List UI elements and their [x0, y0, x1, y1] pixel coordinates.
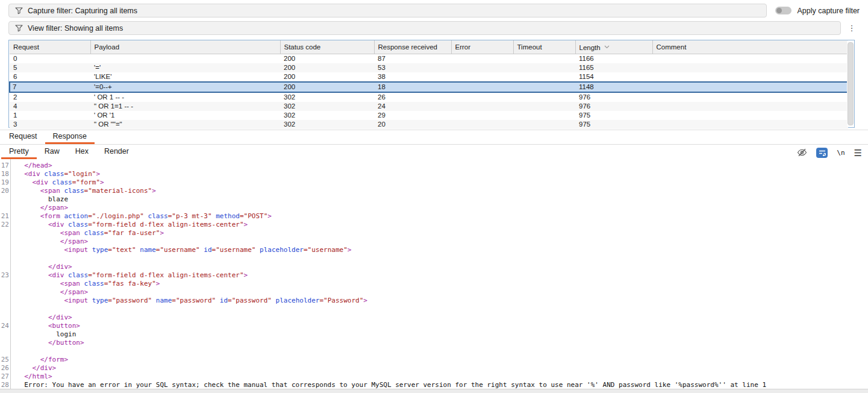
code-line: 20 <span class="material-icons"> — [0, 187, 868, 195]
table-cell: 976 — [575, 102, 652, 111]
toggle-knob — [776, 8, 782, 13]
table-cell — [90, 54, 280, 63]
capture-filter-row: Capture filter: Capturing all items Appl… — [8, 4, 860, 17]
horizontal-scrollbar[interactable] — [0, 389, 868, 393]
line-number: 20 — [0, 187, 9, 195]
table-cell: 20 — [374, 120, 451, 129]
code-line: login — [0, 330, 868, 339]
code-line: 21 <form action="./login.php" class="p-3… — [0, 212, 868, 221]
column-header[interactable]: Comment — [652, 40, 848, 54]
code-line: <input type="password" name="password" i… — [0, 297, 868, 305]
code-line — [0, 254, 868, 263]
column-header[interactable]: Status code — [280, 40, 374, 54]
column-header[interactable]: Timeout — [513, 40, 575, 54]
code-line: <input type="text" name="username" id="u… — [0, 246, 868, 254]
table-cell — [652, 63, 848, 72]
table-cell: 1166 — [575, 54, 652, 63]
table-cell: 1148 — [575, 82, 652, 92]
table-row[interactable]: 1' OR '130229975 — [10, 111, 848, 120]
table-row[interactable]: 7'=0--+200181148 — [10, 82, 848, 92]
table-cell: 1 — [10, 111, 90, 120]
capture-filter-bar[interactable]: Capture filter: Capturing all items — [8, 4, 767, 17]
table-row[interactable]: 2' OR 1 -- -30226976 — [10, 92, 848, 102]
table-cell — [513, 63, 575, 72]
view-filter-menu-icon[interactable]: ⋮ — [847, 24, 857, 32]
code-line: <span class="far fa-user"> — [0, 229, 868, 237]
table-cell — [451, 63, 513, 72]
table-cell: 18 — [374, 82, 451, 92]
column-header[interactable]: Response received — [374, 40, 451, 54]
table-row[interactable]: 6'LIKE'200381154 — [10, 72, 848, 82]
line-number: 17 — [0, 162, 9, 170]
line-number: 26 — [0, 364, 9, 373]
tab-response[interactable]: Response — [45, 130, 95, 144]
subtab-render[interactable]: Render — [96, 145, 137, 159]
table-row[interactable]: 0200871166 — [10, 54, 848, 63]
table-cell — [451, 82, 513, 92]
code-line: </span> — [0, 288, 868, 297]
tab-request[interactable]: Request — [1, 130, 45, 144]
subtab-raw[interactable]: Raw — [37, 145, 67, 159]
code-line: 25 </form> — [0, 356, 868, 364]
line-number — [0, 339, 9, 347]
view-filter-label: View filter: Showing all items — [28, 24, 123, 33]
line-number — [0, 246, 9, 254]
view-filter-bar[interactable]: View filter: Showing all items — [8, 21, 841, 35]
table-row[interactable]: 5'='200531165 — [10, 63, 848, 72]
column-header[interactable]: Payload — [90, 40, 280, 54]
table-cell: 'LIKE' — [90, 72, 280, 82]
line-number — [0, 237, 9, 246]
code-line: </div> — [0, 313, 868, 322]
line-number: 25 — [0, 356, 9, 364]
table-cell — [513, 54, 575, 63]
table-cell: 302 — [280, 102, 374, 111]
table-cell: 302 — [280, 92, 374, 102]
response-body-view[interactable]: 17 </head>18 <div class="login">19 <div … — [0, 159, 868, 389]
table-cell — [513, 92, 575, 102]
column-header[interactable]: Request — [10, 40, 90, 54]
code-line: 24 <button> — [0, 322, 868, 330]
wrap-lines-icon[interactable] — [816, 148, 828, 158]
table-cell: 1165 — [575, 63, 652, 72]
line-number: 21 — [0, 212, 9, 221]
message-editor-tabs: RequestResponse — [0, 130, 868, 145]
line-number — [0, 347, 9, 356]
line-number: 28 — [0, 381, 9, 389]
table-cell: 29 — [374, 111, 451, 120]
line-number — [0, 204, 9, 212]
response-menu-icon[interactable]: ☰ — [854, 148, 862, 157]
code-line: 26 </div> — [0, 364, 868, 373]
show-newlines-icon[interactable]: \n — [837, 149, 845, 157]
table-row[interactable]: 4" OR 1=1 -- -30224976 — [10, 102, 848, 111]
table-cell: 0 — [10, 54, 90, 63]
code-line: 22 <div class="form-field d-flex align-i… — [0, 221, 868, 229]
line-number — [0, 195, 9, 204]
table-cell: " OR 1=1 -- - — [90, 102, 280, 111]
table-cell: 976 — [575, 92, 652, 102]
apply-capture-filter-toggle[interactable] — [775, 7, 792, 14]
table-scrollbar-thumb[interactable] — [848, 42, 854, 125]
table-cell — [513, 72, 575, 82]
table-cell: 6 — [10, 72, 90, 82]
table-cell: '=0--+ — [90, 82, 280, 92]
table-cell — [513, 82, 575, 92]
table-cell — [652, 102, 848, 111]
subtab-pretty[interactable]: Pretty — [1, 145, 37, 159]
table-scrollbar[interactable] — [847, 41, 854, 127]
line-number: 19 — [0, 178, 9, 187]
table-cell: ' OR '1 — [90, 111, 280, 120]
response-toolbar: \n ☰ — [797, 146, 862, 159]
sort-desc-icon — [604, 43, 610, 50]
subtab-hex[interactable]: Hex — [67, 145, 96, 159]
table-row[interactable]: 3" OR ""="30220975 — [10, 120, 848, 129]
column-header[interactable]: Error — [451, 40, 513, 54]
table-cell: 5 — [10, 63, 90, 72]
column-header[interactable]: Length — [575, 40, 652, 54]
table-cell — [451, 72, 513, 82]
code-line: 17 </head> — [0, 162, 868, 170]
code-line: 28 Error: You have an error in your SQL … — [0, 381, 868, 389]
line-number — [0, 263, 9, 271]
hide-highlights-icon[interactable] — [797, 148, 807, 157]
table-cell: 200 — [280, 72, 374, 82]
table-cell — [451, 120, 513, 129]
